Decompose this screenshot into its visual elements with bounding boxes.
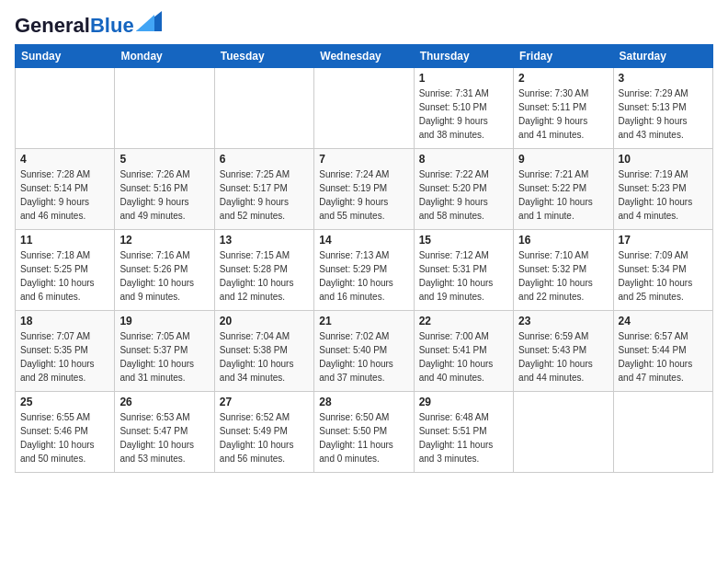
- day-number: 1: [419, 72, 508, 85]
- day-info: Sunrise: 6:50 AM Sunset: 5:50 PM Dayligh…: [319, 410, 408, 465]
- calendar-cell: 18Sunrise: 7:07 AM Sunset: 5:35 PM Dayli…: [16, 311, 115, 392]
- calendar-week-row: 1Sunrise: 7:31 AM Sunset: 5:10 PM Daylig…: [16, 68, 713, 149]
- day-number: 16: [518, 234, 608, 247]
- day-info: Sunrise: 6:52 AM Sunset: 5:49 PM Dayligh…: [220, 410, 309, 465]
- calendar-cell: 2Sunrise: 7:30 AM Sunset: 5:11 PM Daylig…: [514, 68, 613, 149]
- calendar-cell: [613, 392, 712, 473]
- day-number: 4: [20, 153, 109, 166]
- col-header-tuesday: Tuesday: [214, 45, 313, 68]
- calendar-week-row: 25Sunrise: 6:55 AM Sunset: 5:46 PM Dayli…: [16, 392, 713, 473]
- day-info: Sunrise: 7:29 AM Sunset: 5:13 PM Dayligh…: [619, 86, 708, 142]
- day-info: Sunrise: 7:26 AM Sunset: 5:16 PM Dayligh…: [119, 167, 209, 223]
- calendar-cell: 10Sunrise: 7:19 AM Sunset: 5:23 PM Dayli…: [613, 149, 712, 230]
- calendar-week-row: 4Sunrise: 7:28 AM Sunset: 5:14 PM Daylig…: [16, 149, 713, 230]
- day-info: Sunrise: 6:55 AM Sunset: 5:46 PM Dayligh…: [20, 410, 109, 465]
- day-number: 19: [119, 315, 209, 327]
- calendar-week-row: 11Sunrise: 7:18 AM Sunset: 5:25 PM Dayli…: [16, 230, 713, 311]
- calendar-cell: 17Sunrise: 7:09 AM Sunset: 5:34 PM Dayli…: [613, 230, 712, 311]
- day-number: 25: [20, 396, 109, 408]
- day-number: 12: [119, 234, 209, 247]
- day-number: 3: [619, 72, 708, 85]
- day-number: 7: [319, 153, 408, 166]
- day-number: 2: [518, 72, 608, 85]
- calendar-cell: 26Sunrise: 6:53 AM Sunset: 5:47 PM Dayli…: [115, 392, 214, 473]
- day-info: Sunrise: 6:59 AM Sunset: 5:43 PM Dayligh…: [518, 329, 608, 385]
- calendar-cell: 6Sunrise: 7:25 AM Sunset: 5:17 PM Daylig…: [214, 149, 313, 230]
- day-number: 22: [419, 315, 508, 327]
- day-number: 5: [119, 153, 209, 166]
- calendar-cell: 15Sunrise: 7:12 AM Sunset: 5:31 PM Dayli…: [414, 230, 513, 311]
- day-info: Sunrise: 7:21 AM Sunset: 5:22 PM Dayligh…: [518, 167, 608, 223]
- day-number: 10: [619, 153, 708, 166]
- calendar-cell: 21Sunrise: 7:02 AM Sunset: 5:40 PM Dayli…: [314, 311, 414, 392]
- logo-text: GeneralBlue: [15, 15, 134, 37]
- day-info: Sunrise: 7:16 AM Sunset: 5:26 PM Dayligh…: [119, 248, 209, 304]
- page-header: GeneralBlue: [15, 15, 713, 37]
- day-number: 20: [220, 315, 309, 327]
- day-info: Sunrise: 7:02 AM Sunset: 5:40 PM Dayligh…: [319, 329, 408, 385]
- day-info: Sunrise: 7:10 AM Sunset: 5:32 PM Dayligh…: [518, 248, 608, 304]
- day-info: Sunrise: 6:48 AM Sunset: 5:51 PM Dayligh…: [419, 410, 508, 465]
- day-info: Sunrise: 7:00 AM Sunset: 5:41 PM Dayligh…: [419, 329, 508, 385]
- calendar-cell: 12Sunrise: 7:16 AM Sunset: 5:26 PM Dayli…: [115, 230, 214, 311]
- day-number: 17: [619, 234, 708, 247]
- calendar-week-row: 18Sunrise: 7:07 AM Sunset: 5:35 PM Dayli…: [16, 311, 713, 392]
- calendar-cell: 1Sunrise: 7:31 AM Sunset: 5:10 PM Daylig…: [414, 68, 513, 149]
- day-info: Sunrise: 7:05 AM Sunset: 5:37 PM Dayligh…: [119, 329, 209, 385]
- day-number: 18: [20, 315, 109, 327]
- day-info: Sunrise: 6:57 AM Sunset: 5:44 PM Dayligh…: [619, 329, 708, 385]
- calendar-cell: 13Sunrise: 7:15 AM Sunset: 5:28 PM Dayli…: [214, 230, 313, 311]
- day-number: 24: [619, 315, 708, 327]
- day-info: Sunrise: 6:53 AM Sunset: 5:47 PM Dayligh…: [119, 410, 209, 465]
- day-info: Sunrise: 7:25 AM Sunset: 5:17 PM Dayligh…: [220, 167, 309, 223]
- calendar-cell: 8Sunrise: 7:22 AM Sunset: 5:20 PM Daylig…: [414, 149, 513, 230]
- day-info: Sunrise: 7:12 AM Sunset: 5:31 PM Dayligh…: [419, 248, 508, 304]
- calendar-cell: 22Sunrise: 7:00 AM Sunset: 5:41 PM Dayli…: [414, 311, 513, 392]
- calendar-cell: [214, 68, 313, 149]
- day-number: 6: [220, 153, 309, 166]
- calendar-cell: 24Sunrise: 6:57 AM Sunset: 5:44 PM Dayli…: [613, 311, 712, 392]
- logo: GeneralBlue: [15, 15, 162, 37]
- day-number: 11: [20, 234, 109, 247]
- calendar-cell: 5Sunrise: 7:26 AM Sunset: 5:16 PM Daylig…: [115, 149, 214, 230]
- calendar-cell: 9Sunrise: 7:21 AM Sunset: 5:22 PM Daylig…: [514, 149, 613, 230]
- col-header-friday: Friday: [514, 45, 613, 68]
- calendar-cell: 19Sunrise: 7:05 AM Sunset: 5:37 PM Dayli…: [115, 311, 214, 392]
- day-info: Sunrise: 7:19 AM Sunset: 5:23 PM Dayligh…: [619, 167, 708, 223]
- day-info: Sunrise: 7:28 AM Sunset: 5:14 PM Dayligh…: [20, 167, 109, 223]
- calendar-cell: 4Sunrise: 7:28 AM Sunset: 5:14 PM Daylig…: [16, 149, 115, 230]
- calendar-cell: [115, 68, 214, 149]
- calendar-header-row: SundayMondayTuesdayWednesdayThursdayFrid…: [16, 45, 713, 68]
- day-number: 27: [220, 396, 309, 408]
- calendar-cell: [16, 68, 115, 149]
- day-info: Sunrise: 7:15 AM Sunset: 5:28 PM Dayligh…: [220, 248, 309, 304]
- calendar-cell: 27Sunrise: 6:52 AM Sunset: 5:49 PM Dayli…: [214, 392, 313, 473]
- calendar-cell: 3Sunrise: 7:29 AM Sunset: 5:13 PM Daylig…: [613, 68, 712, 149]
- calendar-cell: 23Sunrise: 6:59 AM Sunset: 5:43 PM Dayli…: [514, 311, 613, 392]
- day-info: Sunrise: 7:22 AM Sunset: 5:20 PM Dayligh…: [419, 167, 508, 223]
- calendar-cell: 11Sunrise: 7:18 AM Sunset: 5:25 PM Dayli…: [16, 230, 115, 311]
- day-number: 8: [419, 153, 508, 166]
- svg-marker-1: [136, 15, 154, 31]
- day-info: Sunrise: 7:13 AM Sunset: 5:29 PM Dayligh…: [319, 248, 408, 304]
- calendar-cell: 29Sunrise: 6:48 AM Sunset: 5:51 PM Dayli…: [414, 392, 513, 473]
- col-header-saturday: Saturday: [613, 45, 712, 68]
- col-header-wednesday: Wednesday: [314, 45, 414, 68]
- day-number: 9: [518, 153, 608, 166]
- day-number: 15: [419, 234, 508, 247]
- calendar-cell: 25Sunrise: 6:55 AM Sunset: 5:46 PM Dayli…: [16, 392, 115, 473]
- calendar-table: SundayMondayTuesdayWednesdayThursdayFrid…: [15, 44, 713, 473]
- calendar-cell: [314, 68, 414, 149]
- day-number: 21: [319, 315, 408, 327]
- day-info: Sunrise: 7:04 AM Sunset: 5:38 PM Dayligh…: [220, 329, 309, 385]
- calendar-cell: [514, 392, 613, 473]
- calendar-cell: 16Sunrise: 7:10 AM Sunset: 5:32 PM Dayli…: [514, 230, 613, 311]
- calendar-cell: 7Sunrise: 7:24 AM Sunset: 5:19 PM Daylig…: [314, 149, 414, 230]
- col-header-sunday: Sunday: [16, 45, 115, 68]
- day-info: Sunrise: 7:07 AM Sunset: 5:35 PM Dayligh…: [20, 329, 109, 385]
- day-info: Sunrise: 7:09 AM Sunset: 5:34 PM Dayligh…: [619, 248, 708, 304]
- day-number: 26: [119, 396, 209, 408]
- calendar-cell: 14Sunrise: 7:13 AM Sunset: 5:29 PM Dayli…: [314, 230, 414, 311]
- day-info: Sunrise: 7:30 AM Sunset: 5:11 PM Dayligh…: [518, 86, 608, 142]
- day-info: Sunrise: 7:18 AM Sunset: 5:25 PM Dayligh…: [20, 248, 109, 304]
